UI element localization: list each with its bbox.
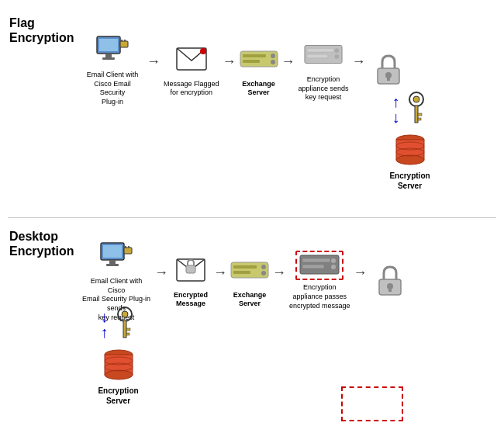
flag-server-db-icon <box>392 133 428 168</box>
desktop-arrow-4: → <box>354 265 368 281</box>
svg-rect-40 <box>186 265 195 273</box>
svg-rect-33 <box>103 245 122 258</box>
flag-node-message: Message Flaggedfor encryption <box>164 42 219 98</box>
dashed-empty-box <box>341 386 403 421</box>
message-icon <box>172 42 211 77</box>
svg-point-50 <box>331 265 336 269</box>
flag-up-arrow: ↑ <box>392 94 400 109</box>
svg-rect-58 <box>126 333 129 335</box>
svg-rect-3 <box>102 57 115 60</box>
desktop-arrow-2: → <box>213 265 227 281</box>
desktop-node-lock <box>371 263 409 298</box>
svg-rect-36 <box>124 248 132 254</box>
svg-rect-41 <box>231 262 268 278</box>
svg-point-44 <box>261 265 266 269</box>
flag-arrow-4: → <box>352 54 366 70</box>
flag-node-message-label: Message Flaggedfor encryption <box>164 80 219 98</box>
svg-point-17 <box>335 49 340 54</box>
flag-arrow-3: → <box>281 54 295 70</box>
desktop-arrow-3: → <box>272 265 286 281</box>
svg-rect-24 <box>415 106 418 123</box>
diagram-container: Flag Encryption Em <box>0 0 504 433</box>
svg-point-8 <box>200 48 206 54</box>
svg-point-61 <box>105 370 133 379</box>
svg-rect-34 <box>109 260 116 264</box>
flag-down-arrow: ↓ <box>392 109 400 125</box>
section-divider <box>8 217 496 218</box>
desktop-node-exchange: ExchangeServer <box>230 253 269 309</box>
svg-rect-1 <box>99 39 118 51</box>
svg-rect-9 <box>240 51 278 67</box>
desktop-node-appliance-label: Encryptionappliance passesencrypted mess… <box>289 283 350 310</box>
encryption-appliance-icon-1 <box>304 37 343 72</box>
email-client-icon <box>93 33 132 68</box>
svg-point-12 <box>271 54 275 58</box>
svg-rect-10 <box>243 54 266 57</box>
exchange-server-icon-1 <box>240 42 278 77</box>
svg-rect-35 <box>106 264 119 266</box>
svg-point-29 <box>396 155 424 165</box>
desktop-node-encrypted-msg: EncryptedMessage <box>171 253 210 309</box>
svg-rect-26 <box>418 118 421 120</box>
svg-rect-2 <box>105 54 112 57</box>
desktop-key-icon <box>113 307 136 342</box>
svg-rect-42 <box>233 265 257 268</box>
flag-node-email-client: Email Client withCisco Email SecurityPlu… <box>81 33 143 107</box>
svg-rect-57 <box>126 328 130 331</box>
svg-point-18 <box>335 54 340 59</box>
svg-point-55 <box>122 311 128 317</box>
flag-node-lock <box>369 52 408 87</box>
flag-server-label: Encryption Server <box>377 171 443 191</box>
flag-flow-row: Email Client withCisco Email SecurityPlu… <box>81 33 408 107</box>
svg-rect-48 <box>302 265 324 268</box>
svg-point-23 <box>413 96 419 102</box>
desktop-email-client-icon <box>97 239 136 274</box>
desktop-server-label: Encryption Server <box>85 386 151 406</box>
flag-node-exchange-label: ExchangeServer <box>242 80 275 98</box>
svg-point-45 <box>261 271 266 275</box>
lock-icon-1 <box>369 52 408 87</box>
exchange-server-icon-2 <box>230 253 269 288</box>
desktop-encrypted-message-icon <box>171 253 210 288</box>
flag-node-exchange: ExchangeServer <box>240 42 278 98</box>
flag-key-server-group: ↑ ↓ <box>377 92 443 191</box>
desktop-encryption-title: Desktop Encryption <box>9 229 74 258</box>
flag-arrow-2: → <box>223 54 236 70</box>
svg-rect-21 <box>387 75 390 81</box>
svg-rect-47 <box>302 258 330 262</box>
desktop-arrow-1: → <box>154 265 168 281</box>
svg-point-49 <box>331 258 336 263</box>
svg-rect-53 <box>388 286 392 292</box>
desktop-up-arrow: ↑ <box>101 324 109 340</box>
svg-point-13 <box>271 60 275 64</box>
desktop-down-arrow: ↓ <box>101 309 109 324</box>
flag-arrow-1: → <box>147 54 161 70</box>
desktop-server-db-icon <box>101 348 136 383</box>
flag-node-appliance: Encryptionappliance sendskey request <box>299 37 349 102</box>
svg-rect-4 <box>120 41 128 47</box>
desktop-node-encrypted-msg-label: EncryptedMessage <box>174 291 208 309</box>
flag-node-appliance-label: Encryptionappliance sendskey request <box>299 75 349 102</box>
svg-rect-43 <box>233 271 250 274</box>
desktop-node-exchange-label: ExchangeServer <box>233 291 267 309</box>
lock-icon-2 <box>371 263 409 298</box>
svg-rect-16 <box>307 54 328 58</box>
svg-rect-56 <box>123 320 126 338</box>
svg-rect-11 <box>243 60 260 63</box>
svg-rect-15 <box>307 49 334 53</box>
flag-encryption-title: Flag Encryption <box>9 16 74 45</box>
desktop-key-server-group: ↓ ↑ Encryptio <box>85 307 151 406</box>
desktop-node-appliance: Encryptionappliance passesencrypted mess… <box>289 251 350 310</box>
flag-node-email-client-label: Email Client withCisco Email SecurityPlu… <box>81 71 143 107</box>
flag-key-icon <box>405 92 428 127</box>
desktop-appliance-dashed-box <box>295 251 343 280</box>
svg-rect-25 <box>418 113 422 116</box>
